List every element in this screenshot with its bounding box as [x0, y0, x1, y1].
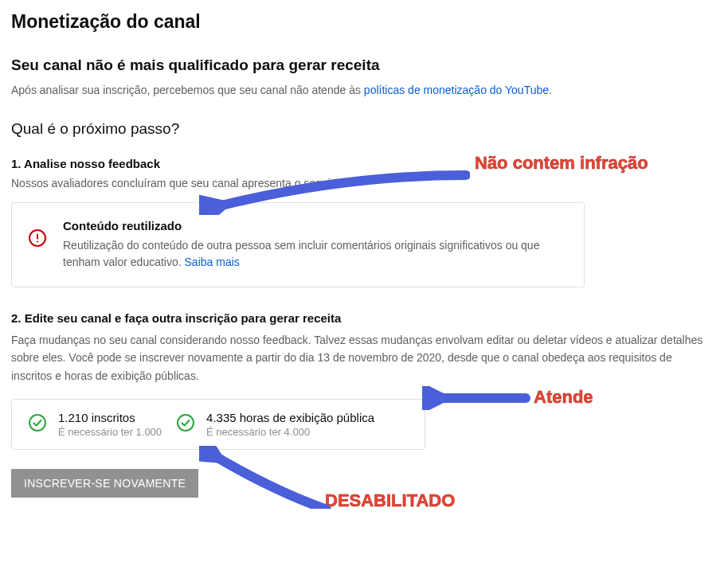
arrow-icon	[422, 386, 534, 410]
subscribers-need: É necessário ter 1.000	[58, 426, 162, 438]
check-icon	[28, 413, 47, 435]
desc-suffix: .	[549, 84, 552, 96]
step1-title: 1. Analise nosso feedback	[11, 157, 717, 170]
step1-desc: Nossos avaliadores concluíram que seu ca…	[11, 177, 717, 189]
error-icon	[28, 219, 47, 251]
status-heading: Seu canal não é mais qualificado para ge…	[11, 57, 717, 74]
learn-more-link[interactable]: Saiba mais	[185, 256, 240, 268]
desc-prefix: Após analisar sua inscrição, percebemos …	[11, 84, 364, 96]
svg-rect-1	[37, 234, 38, 240]
hours-value: 4.335 horas de exibição pública	[206, 411, 374, 424]
svg-point-3	[29, 415, 45, 431]
check-icon	[176, 413, 195, 435]
annotation-meets: Atende	[534, 387, 593, 408]
feedback-body: Reutilização do conteúdo de outra pessoa…	[63, 237, 568, 271]
step2-title: 2. Edite seu canal e faça outra inscriçã…	[11, 311, 717, 325]
status-description: Após analisar sua inscrição, percebemos …	[11, 84, 717, 96]
feedback-card: Conteúdo reutilizado Reutilização do con…	[11, 202, 585, 287]
next-step-heading: Qual é o próximo passo?	[11, 120, 717, 138]
step2-desc: Faça mudanças no seu canal considerando …	[11, 331, 704, 385]
annotation-disabled: DESABILITADO	[325, 490, 455, 509]
feedback-content: Conteúdo reutilizado Reutilização do con…	[63, 219, 568, 271]
requirements-card: 1.210 inscritos É necessário ter 1.000 4…	[11, 399, 425, 450]
feedback-text: Reutilização do conteúdo de outra pessoa…	[63, 239, 539, 268]
policy-link[interactable]: políticas de monetização do YouTube	[364, 84, 549, 96]
page-title: Monetização do canal	[11, 11, 717, 33]
svg-point-4	[178, 415, 194, 431]
hours-need: É necessário ter 4.000	[206, 426, 374, 438]
svg-rect-2	[37, 241, 38, 243]
arrow-icon	[199, 446, 342, 509]
subscribers-value: 1.210 inscritos	[58, 411, 162, 424]
requirement-subscribers: 1.210 inscritos É necessário ter 1.000	[28, 411, 162, 438]
feedback-title: Conteúdo reutilizado	[63, 219, 568, 232]
requirement-hours: 4.335 horas de exibição pública É necess…	[176, 411, 374, 438]
reapply-button: Inscrever-se novamente	[11, 469, 198, 498]
